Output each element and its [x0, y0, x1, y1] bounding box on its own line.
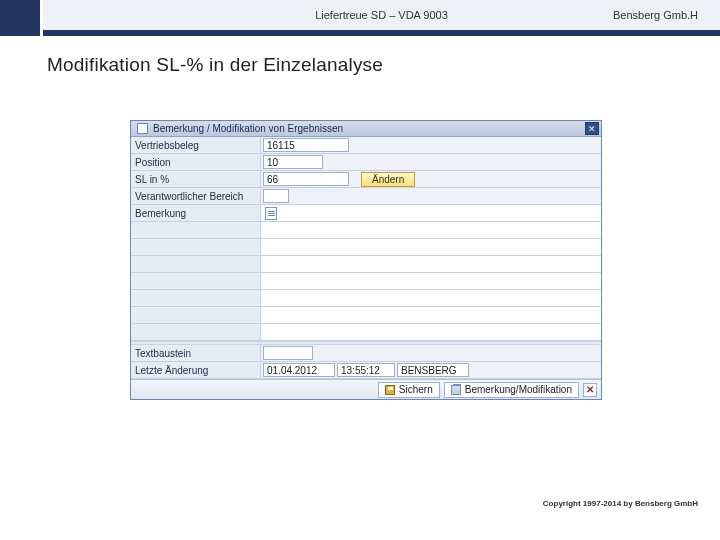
memo-icon[interactable]	[265, 207, 277, 220]
page-header: Liefertreue SD – VDA 9003 Bensberg Gmb.H	[0, 0, 720, 30]
last-change-user[interactable]: BENSBERG	[397, 363, 469, 377]
row-position: Position 10	[131, 154, 601, 171]
row-textbaustein: Textbaustein	[131, 345, 601, 362]
label-bereich: Verantwortlicher Bereich	[131, 188, 261, 204]
label-textbaustein: Textbaustein	[131, 345, 261, 361]
row-vertriebsbeleg: Vertriebsbeleg 16115	[131, 137, 601, 154]
label-vertriebsbeleg: Vertriebsbeleg	[131, 137, 261, 153]
change-button[interactable]: Ändern	[361, 172, 415, 187]
label-sl: SL in %	[131, 171, 261, 187]
label-position: Position	[131, 154, 261, 170]
memo-line[interactable]	[131, 307, 601, 324]
memo-line[interactable]	[131, 256, 601, 273]
label-letzte: Letzte Änderung	[131, 362, 261, 378]
trash-icon	[451, 385, 461, 395]
memo-line[interactable]	[131, 324, 601, 341]
dialog-title: Bemerkung / Modifikation von Ergebnissen	[153, 123, 585, 134]
row-sl: SL in % 66 Ändern	[131, 171, 601, 188]
last-change-time[interactable]: 13:55:12	[337, 363, 395, 377]
last-change-date[interactable]: 01.04.2012	[263, 363, 335, 377]
sap-dialog: Bemerkung / Modifikation von Ergebnissen…	[130, 120, 602, 400]
header-underline	[0, 30, 720, 36]
header-accent-block	[0, 0, 40, 30]
document-icon	[137, 123, 148, 134]
dialog-titlebar: Bemerkung / Modifikation von Ergebnissen…	[131, 121, 601, 137]
save-icon	[385, 385, 395, 395]
row-bemerkung: Bemerkung	[131, 205, 601, 222]
input-vertriebsbeleg[interactable]: 16115	[263, 138, 349, 152]
memo-line[interactable]	[131, 290, 601, 307]
row-bereich: Verantwortlicher Bereich	[131, 188, 601, 205]
cancel-icon[interactable]: ✕	[583, 383, 597, 397]
remark-label: Bemerkung/Modifikation	[465, 384, 572, 395]
header-title: Liefertreue SD – VDA 9003	[315, 9, 448, 21]
dialog-toolbar: Sichern Bemerkung/Modifikation ✕	[131, 379, 601, 399]
header-company: Bensberg Gmb.H	[613, 9, 698, 21]
input-sl[interactable]: 66	[263, 172, 349, 186]
memo-line[interactable]	[131, 222, 601, 239]
save-label: Sichern	[399, 384, 433, 395]
label-bemerkung: Bemerkung	[131, 205, 261, 221]
memo-line[interactable]	[131, 273, 601, 290]
input-bereich[interactable]	[263, 189, 289, 203]
save-button[interactable]: Sichern	[378, 382, 440, 398]
row-letzte-aenderung: Letzte Änderung 01.04.2012 13:55:12 BENS…	[131, 362, 601, 379]
dialog-body: Vertriebsbeleg 16115 Position 10 SL in %…	[131, 137, 601, 379]
page-title: Modifikation SL-% in der Einzelanalyse	[0, 36, 720, 92]
close-icon[interactable]: ✕	[585, 122, 599, 135]
copyright: Copyright 1997-2014 by Bensberg GmbH	[543, 499, 698, 508]
input-position[interactable]: 10	[263, 155, 323, 169]
memo-line[interactable]	[131, 239, 601, 256]
header-track: Liefertreue SD – VDA 9003 Bensberg Gmb.H	[43, 0, 720, 30]
input-textbaustein[interactable]	[263, 346, 313, 360]
remark-modification-button[interactable]: Bemerkung/Modifikation	[444, 382, 579, 398]
